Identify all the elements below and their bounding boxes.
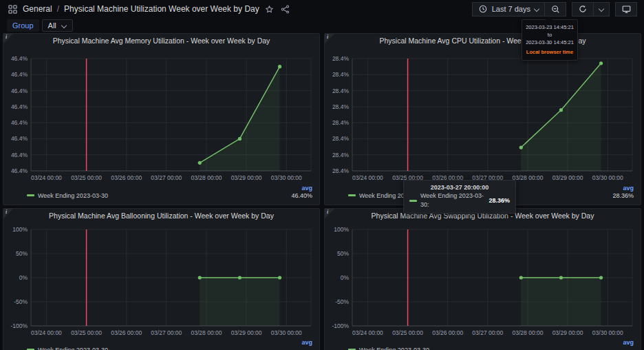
svg-text:-50%: -50% xyxy=(14,298,28,305)
tooltip-to-time: 2023-03-30 14:45:21 xyxy=(525,39,575,46)
series-color-swatch[interactable] xyxy=(27,194,34,196)
svg-text:03/25 00:00: 03/25 00:00 xyxy=(71,174,102,181)
legend-row: Week Ending 2023-03-30 xyxy=(348,345,634,350)
panel-legend: avg Week Ending 2023-03-30 xyxy=(325,337,641,350)
svg-text:0%: 0% xyxy=(341,274,350,281)
svg-text:03/29 00:00: 03/29 00:00 xyxy=(231,329,262,336)
svg-text:03/28 00:00: 03/28 00:00 xyxy=(513,174,544,181)
legend-series-label[interactable]: Week Ending 2023-03-30 xyxy=(38,192,108,199)
svg-text:03/26 00:00: 03/26 00:00 xyxy=(111,174,142,181)
svg-text:100%: 100% xyxy=(12,226,28,233)
legend-series-label[interactable]: Week Ending 2023-03-30 xyxy=(38,347,108,350)
tooltip-to-word: to xyxy=(525,31,575,39)
svg-text:03/25 00:00: 03/25 00:00 xyxy=(71,329,102,336)
legend-row: Week Ending 2023-03-30 xyxy=(27,345,312,350)
tooltip-timestamp: 2023-03-27 20:00:00 xyxy=(409,183,510,192)
legend-avg-header[interactable]: avg xyxy=(623,339,634,346)
refresh-interval-dropdown[interactable] xyxy=(593,2,610,17)
dashboard-title: Physical Machine Utilization Week over W… xyxy=(64,4,259,14)
svg-text:03/30 00:00: 03/30 00:00 xyxy=(271,329,302,336)
svg-text:03/29 00:00: 03/29 00:00 xyxy=(231,174,262,181)
tooltip-arrow xyxy=(546,17,552,20)
svg-text:46.4%: 46.4% xyxy=(11,55,28,62)
svg-text:50%: 50% xyxy=(16,250,28,257)
apps-grid-icon[interactable] xyxy=(7,3,18,14)
panel-legend: avg Week Ending 2023-03-30 xyxy=(3,337,319,350)
time-range-tooltip: 2023-03-23 14:45:21 to 2023-03-30 14:45:… xyxy=(522,19,578,61)
chevron-down-icon xyxy=(61,23,67,28)
series-color-swatch xyxy=(409,200,417,202)
share-icon[interactable] xyxy=(280,3,291,14)
legend-avg-header[interactable]: avg xyxy=(301,339,312,346)
svg-text:03/24 00:00: 03/24 00:00 xyxy=(352,174,383,181)
legend-avg-header[interactable]: avg xyxy=(301,185,312,192)
svg-text:46.4%: 46.4% xyxy=(11,152,28,158)
time-range-picker[interactable]: Last 7 days xyxy=(472,2,545,17)
svg-text:03/30 00:00: 03/30 00:00 xyxy=(271,174,302,181)
svg-text:28.4%: 28.4% xyxy=(332,55,350,62)
svg-text:28.4%: 28.4% xyxy=(332,88,350,94)
panel-legend: avg Week Ending 2023-03-30 46.40% xyxy=(3,183,319,201)
cpu-utilization-chart[interactable]: 28.4%28.4%28.4%28.4%28.4%28.4%28.4%28.4%… xyxy=(325,48,641,183)
memory-utilization-chart[interactable]: 46.4%46.4%46.4%46.4%46.4%46.4%46.4%46.4%… xyxy=(3,48,319,183)
ballooning-utilization-chart[interactable]: 100%50%0%-50%-100%03/24 00:0003/25 00:00… xyxy=(3,223,319,337)
svg-text:03/28 00:00: 03/28 00:00 xyxy=(191,329,222,336)
breadcrumb-folder[interactable]: General xyxy=(23,4,52,14)
svg-text:03/27 00:00: 03/27 00:00 xyxy=(151,174,182,181)
svg-text:03/27 00:00: 03/27 00:00 xyxy=(472,329,503,336)
legend-series-label[interactable]: Week Ending 2023-03-30 xyxy=(359,347,429,350)
svg-text:03/24 00:00: 03/24 00:00 xyxy=(31,174,62,181)
grafana-dashboard: General / Physical Machine Utilization W… xyxy=(0,0,644,350)
swapping-utilization-chart[interactable]: 100%50%0%-50%-100%03/24 00:0003/25 00:00… xyxy=(325,223,641,337)
svg-text:03/30 00:00: 03/30 00:00 xyxy=(592,174,623,181)
svg-text:46.4%: 46.4% xyxy=(11,88,28,94)
panel-title[interactable]: Physical Machine Avg Ballooning Utilizat… xyxy=(3,209,319,223)
svg-text:100%: 100% xyxy=(334,226,349,233)
kiosk-mode-button[interactable] xyxy=(615,2,637,17)
info-icon: i xyxy=(6,34,7,40)
legend-avg-header[interactable]: avg xyxy=(623,185,634,192)
legend-avg-value: 28.36% xyxy=(612,192,634,199)
refresh-button[interactable] xyxy=(572,2,594,17)
star-icon[interactable] xyxy=(264,3,275,14)
svg-text:46.4%: 46.4% xyxy=(11,135,28,142)
panel-title[interactable]: Physical Machine Avg CPU Utilization - W… xyxy=(325,34,641,48)
tooltip-timezone-note: Local browser time xyxy=(525,48,575,56)
panel-memory-utilization: i Physical Machine Avg Memory Utilizatio… xyxy=(3,33,320,205)
tooltip-from-time: 2023-03-23 14:45:21 xyxy=(525,23,575,31)
svg-text:28.4%: 28.4% xyxy=(332,135,350,142)
svg-text:28.4%: 28.4% xyxy=(332,103,350,110)
svg-text:0%: 0% xyxy=(19,274,28,281)
panel-ballooning-utilization: i Physical Machine Avg Ballooning Utiliz… xyxy=(3,208,320,350)
legend-row: Week Ending 2023-03-30 46.40% xyxy=(27,191,312,200)
clock-icon xyxy=(477,3,489,14)
svg-text:03/24 00:00: 03/24 00:00 xyxy=(352,329,383,336)
breadcrumb-separator: / xyxy=(57,4,59,14)
tooltip-series-row: Week Ending 2023-03-30: 28.36% xyxy=(409,192,510,209)
svg-text:28.4%: 28.4% xyxy=(332,167,350,174)
chart-svg: 46.4%46.4%46.4%46.4%46.4%46.4%46.4%46.4%… xyxy=(3,48,319,183)
chart-svg: 100%50%0%-50%-100%03/24 00:0003/25 00:00… xyxy=(3,223,319,337)
legend-avg-value: 46.40% xyxy=(291,192,312,199)
series-color-swatch[interactable] xyxy=(348,194,356,196)
zoom-out-icon xyxy=(550,3,561,14)
variable-group-label: Group xyxy=(7,19,39,32)
svg-text:28.4%: 28.4% xyxy=(332,71,350,78)
info-icon: i xyxy=(327,34,328,40)
info-icon: i xyxy=(6,209,7,215)
svg-text:03/28 00:00: 03/28 00:00 xyxy=(513,329,544,336)
zoom-out-time-button[interactable] xyxy=(544,2,566,17)
time-range-label: Last 7 days xyxy=(492,5,530,13)
svg-text:03/25 00:00: 03/25 00:00 xyxy=(392,329,423,336)
chevron-down-icon xyxy=(534,6,539,12)
svg-text:03/28 00:00: 03/28 00:00 xyxy=(191,174,222,181)
svg-text:-100%: -100% xyxy=(332,322,349,329)
svg-text:03/30 00:00: 03/30 00:00 xyxy=(592,329,623,336)
chart-svg: 100%50%0%-50%-100%03/24 00:0003/25 00:00… xyxy=(325,223,641,337)
panel-title[interactable]: Physical Machine Avg Memory Utilization … xyxy=(3,34,319,48)
refresh-icon xyxy=(577,3,588,14)
top-nav-bar: General / Physical Machine Utilization W… xyxy=(0,0,644,18)
svg-text:-50%: -50% xyxy=(335,298,349,305)
variable-group-dropdown[interactable]: All xyxy=(42,19,73,32)
monitor-icon xyxy=(621,3,632,14)
